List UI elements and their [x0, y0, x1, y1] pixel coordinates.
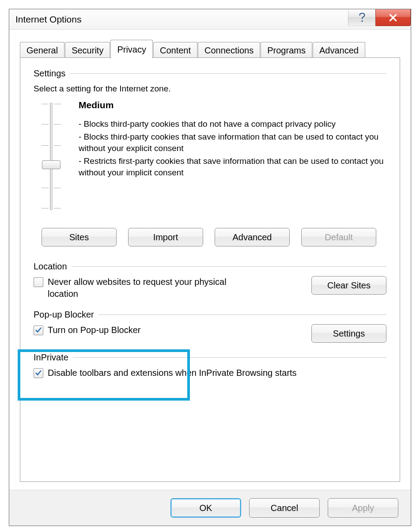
ok-button[interactable]: OK	[170, 498, 241, 518]
divider	[73, 357, 386, 358]
popup-checkbox-label: Turn on Pop-up Blocker	[48, 324, 140, 336]
location-checkbox-row[interactable]: Never allow websites to request your phy…	[34, 276, 228, 300]
divider	[72, 266, 386, 267]
tab-privacy[interactable]: Privacy	[110, 40, 153, 58]
clear-sites-button[interactable]: Clear Sites	[311, 276, 386, 295]
location-section: Location Never allow websites to request…	[34, 261, 386, 300]
tab-underline	[20, 57, 400, 58]
dialog-action-bar: OK Cancel Apply	[9, 490, 411, 526]
internet-options-dialog: Internet Options General Security Privac…	[9, 9, 411, 526]
sites-button[interactable]: Sites	[42, 228, 117, 246]
window-title: Internet Options	[15, 14, 81, 25]
svg-point-0	[361, 20, 363, 22]
inprivate-checkbox[interactable]	[34, 368, 43, 378]
settings-heading: Settings	[34, 68, 65, 79]
location-checkbox-label: Never allow websites to request your phy…	[48, 276, 228, 300]
settings-row: Medium - Blocks third-party cookies that…	[34, 100, 386, 210]
advanced-button[interactable]: Advanced	[215, 228, 290, 246]
settings-heading-row: Settings	[34, 68, 386, 79]
tabstrip: General Security Privacy Content Connect…	[9, 30, 411, 58]
titlebar: Internet Options	[9, 9, 411, 30]
help-button[interactable]	[348, 9, 375, 26]
tab-advanced[interactable]: Advanced	[313, 42, 365, 58]
bullet-2: - Blocks third-party cookies that save i…	[79, 131, 386, 155]
privacy-bullets: - Blocks third-party cookies that do not…	[79, 118, 386, 179]
slider-track	[50, 102, 53, 210]
inprivate-heading: InPrivate	[34, 352, 68, 363]
settings-button-row: Sites Import Advanced Default	[42, 228, 386, 246]
divider	[70, 73, 386, 74]
popup-checkbox[interactable]	[34, 326, 43, 335]
cancel-button[interactable]: Cancel	[249, 498, 320, 518]
popup-section: Pop-up Blocker Turn on Pop-up Blocker Se…	[34, 310, 386, 343]
settings-section: Settings Select a setting for the Intern…	[34, 68, 386, 246]
popup-heading: Pop-up Blocker	[34, 310, 94, 320]
titlebar-buttons	[348, 9, 411, 29]
inprivate-section: InPrivate Disable toolbars and extension…	[34, 352, 386, 379]
privacy-slider[interactable]	[34, 100, 69, 210]
popup-row: Turn on Pop-up Blocker Settings	[34, 324, 386, 343]
inprivate-heading-row: InPrivate	[34, 352, 386, 363]
location-checkbox[interactable]	[34, 277, 43, 287]
import-button[interactable]: Import	[128, 228, 203, 246]
popup-settings-button[interactable]: Settings	[311, 324, 386, 343]
location-heading-row: Location	[34, 261, 386, 272]
close-icon	[388, 13, 398, 23]
inprivate-checkbox-label: Disable toolbars and extensions when InP…	[48, 367, 297, 379]
close-button[interactable]	[375, 9, 411, 26]
location-row: Never allow websites to request your phy…	[34, 276, 386, 300]
apply-button[interactable]: Apply	[328, 498, 398, 518]
tab-content[interactable]: Content	[153, 42, 197, 58]
bullet-3: - Restricts first-party cookies that sav…	[79, 155, 386, 179]
privacy-panel: Settings Select a setting for the Intern…	[20, 58, 400, 482]
popup-heading-row: Pop-up Blocker	[34, 310, 386, 320]
tab-security[interactable]: Security	[65, 42, 110, 58]
slider-thumb[interactable]	[42, 160, 61, 169]
tab-connections[interactable]: Connections	[198, 42, 260, 58]
tab-programs[interactable]: Programs	[261, 42, 312, 58]
help-icon	[358, 13, 366, 23]
popup-checkbox-row[interactable]: Turn on Pop-up Blocker	[34, 324, 140, 336]
location-heading: Location	[34, 261, 67, 272]
default-button[interactable]: Default	[301, 228, 376, 246]
settings-description: Medium - Blocks third-party cookies that…	[79, 100, 386, 210]
inprivate-checkbox-row[interactable]: Disable toolbars and extensions when InP…	[34, 367, 386, 379]
bullet-1: - Blocks third-party cookies that do not…	[79, 118, 386, 130]
divider	[98, 314, 386, 315]
privacy-level: Medium	[79, 100, 386, 110]
settings-intro: Select a setting for the Internet zone.	[34, 84, 386, 94]
tab-general[interactable]: General	[20, 42, 64, 58]
